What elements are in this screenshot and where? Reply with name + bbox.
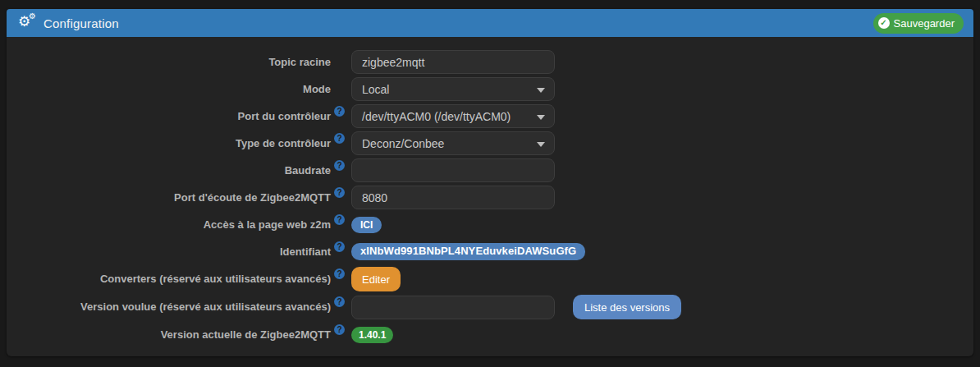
row-converters: Converters (réservé aux utilisateurs ava… [7, 267, 973, 291]
baudrate-label: Baudrate ? [7, 164, 331, 177]
caret-down-icon [537, 142, 545, 147]
converters-label: Converters (réservé aux utilisateurs ava… [7, 273, 331, 286]
topic-racine-label: Topic racine [7, 56, 331, 69]
identifiant-badge: xINbWd991BNbPL4NYEduvkeiDAWSuGfG [351, 243, 585, 259]
panel-header: ⚙ ⚙ Configuration ✓ Sauvegarder [7, 9, 973, 37]
mode-select[interactable]: Local [351, 77, 555, 101]
help-icon[interactable]: ? [334, 268, 345, 279]
port-ecoute-label: Port d'écoute de Zigbee2MQTT ? [7, 191, 331, 204]
mode-select-value: Local [362, 83, 389, 96]
type-controleur-select-value: Deconz/Conbee [362, 137, 444, 150]
help-icon[interactable]: ? [334, 133, 345, 144]
cogs-icon: ⚙ ⚙ [18, 15, 38, 31]
page-title: Configuration [44, 16, 119, 30]
row-acces-web: Accès à la page web z2m ? ICI [7, 213, 973, 236]
identifiant-label: Identifiant ? [7, 245, 331, 259]
configuration-panel: ⚙ ⚙ Configuration ✓ Sauvegarder Topic ra… [7, 9, 973, 356]
row-version-actuelle: Version actuelle de Zigbee2MQTT ? 1.40.1 [7, 323, 973, 346]
row-baudrate: Baudrate ? [7, 158, 973, 182]
row-port-controleur: Port du contrôleur ? /dev/ttyACM0 (/dev/… [7, 104, 973, 128]
acces-web-label: Accès à la page web z2m ? [7, 218, 331, 232]
help-icon[interactable]: ? [334, 214, 345, 225]
version-actuelle-label: Version actuelle de Zigbee2MQTT ? [7, 328, 331, 342]
converters-edit-button[interactable]: Editer [351, 267, 401, 291]
version-voulue-input[interactable] [351, 296, 555, 319]
port-controleur-label: Port du contrôleur ? [7, 110, 331, 123]
row-type-controleur: Type de contrôleur ? Deconz/Conbee [7, 131, 973, 155]
type-controleur-label: Type de contrôleur ? [7, 137, 331, 150]
port-controleur-select-value: /dev/ttyACM0 (/dev/ttyACM0) [362, 110, 511, 123]
z2m-web-link[interactable]: ICI [351, 217, 382, 233]
save-button[interactable]: ✓ Sauvegarder [873, 13, 964, 34]
port-controleur-select[interactable]: /dev/ttyACM0 (/dev/ttyACM0) [351, 104, 555, 128]
help-icon[interactable]: ? [334, 324, 345, 335]
versions-list-button[interactable]: Liste des versions [573, 295, 681, 319]
version-voulue-label: Version voulue (réservé aux utilisateurs… [7, 300, 331, 314]
baudrate-input[interactable] [351, 158, 555, 182]
row-topic-racine: Topic racine [7, 50, 973, 74]
help-icon[interactable]: ? [334, 296, 345, 307]
row-mode: Mode Local [7, 77, 973, 101]
mode-label: Mode [7, 83, 331, 96]
help-icon[interactable]: ? [334, 106, 345, 117]
row-identifiant: Identifiant ? xINbWd991BNbPL4NYEduvkeiDA… [7, 240, 973, 264]
caret-down-icon [537, 88, 545, 93]
save-button-label: Sauvegarder [894, 17, 955, 30]
port-ecoute-input[interactable] [351, 186, 555, 209]
type-controleur-select[interactable]: Deconz/Conbee [351, 131, 555, 155]
caret-down-icon [537, 115, 545, 120]
help-icon[interactable]: ? [334, 241, 345, 252]
row-port-ecoute: Port d'écoute de Zigbee2MQTT ? [7, 186, 973, 209]
check-circle-icon: ✓ [878, 17, 890, 29]
help-icon[interactable]: ? [334, 187, 345, 198]
help-icon[interactable]: ? [334, 160, 345, 171]
topic-racine-input[interactable] [351, 50, 555, 74]
row-version-voulue: Version voulue (réservé aux utilisateurs… [7, 295, 973, 319]
current-version-badge: 1.40.1 [351, 327, 393, 343]
configuration-form: Topic racine Mode Local Port du contrôle… [7, 37, 973, 351]
